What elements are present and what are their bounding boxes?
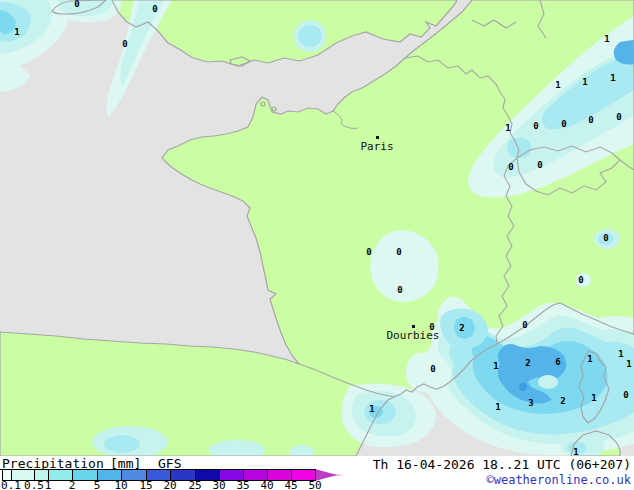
- precip-value-label: 0: [616, 112, 621, 122]
- city-marker: [376, 136, 379, 139]
- precip-value-label: 0: [430, 364, 435, 374]
- city-label: Paris: [360, 140, 393, 153]
- precip-value-label: 0: [508, 162, 513, 172]
- precip-area-gulf: [406, 353, 451, 393]
- precip-value-label: 2: [525, 358, 530, 368]
- precip-value-label: 1: [591, 393, 596, 403]
- precip-value-label: 0: [588, 115, 593, 125]
- legend-scale-value: 1: [45, 479, 52, 490]
- precip-value-label: 1: [369, 404, 374, 414]
- precip-value-label: 0: [533, 121, 538, 131]
- legend-scale-value: 35: [236, 479, 249, 490]
- precip-value-label: 0: [396, 247, 401, 257]
- precip-value-label: 0: [603, 233, 608, 243]
- legend-scale-value: 25: [188, 479, 201, 490]
- precip-value-label: 1: [618, 349, 623, 359]
- legend-scale-value: 50: [308, 479, 321, 490]
- precip-value-label: 0: [537, 160, 542, 170]
- precip-value-label: 0: [122, 39, 127, 49]
- legend-scale-value: 40: [260, 479, 273, 490]
- precip-value-label: 1: [493, 361, 498, 371]
- precip-value-label: 1: [587, 354, 592, 364]
- precip-value-label: 0: [561, 119, 566, 129]
- precip-value-label: 0: [578, 275, 583, 285]
- precipitation-map[interactable]: ParisDourbies 10001111100000000000002011…: [0, 0, 634, 456]
- legend-scale-value: 30: [212, 479, 225, 490]
- precip-value-label: 0: [397, 285, 402, 295]
- precip-value-label: 1: [626, 359, 631, 369]
- weather-map-page: ParisDourbies 10001111100000000000002011…: [0, 0, 634, 490]
- legend-scale-value: 10: [114, 479, 127, 490]
- copyright-notice: ©weatheronline.co.uk: [487, 473, 632, 487]
- legend-scale-value: 20: [163, 479, 176, 490]
- precip-value-label: 1: [604, 34, 609, 44]
- precip-value-label: 1: [582, 77, 587, 87]
- precip-value-label: 0: [623, 390, 628, 400]
- precip-value-label: 1: [555, 80, 560, 90]
- legend-scale-value: 0.5: [24, 479, 44, 490]
- precip-value-label: 0: [522, 320, 527, 330]
- legend-scale-value: 45: [284, 479, 297, 490]
- legend-title: Precipitation: [2, 456, 104, 471]
- legend-scale-value: 15: [139, 479, 152, 490]
- legend-model: GFS: [158, 456, 181, 471]
- precip-value-label: 6: [555, 357, 560, 367]
- forecast-datetime: Th 16-04-2026 18..21 UTC (06+207): [373, 457, 631, 472]
- precip-value-label: 2: [560, 396, 565, 406]
- precip-value-label: 1: [610, 73, 615, 83]
- precip-value-label: 1: [495, 402, 500, 412]
- precip-value-label: 3: [528, 398, 533, 408]
- precip-value-label: 1: [505, 123, 510, 133]
- precip-value-label: 1: [573, 447, 578, 456]
- legend-units: [mm]: [110, 456, 141, 471]
- legend-scale-value: 2: [69, 479, 76, 490]
- precip-value-label: 0: [366, 247, 371, 257]
- precip-value-label: 1: [14, 27, 19, 37]
- legend-scale-value: 0.1: [1, 479, 21, 490]
- legend: Precipitation [mm] GFS Th 16-04-2026 18.…: [0, 456, 634, 490]
- legend-scale-value: 5: [94, 479, 101, 490]
- precip-value-label: 0: [429, 322, 434, 332]
- city-marker: [412, 325, 415, 328]
- precip-value-label: 0: [152, 4, 157, 14]
- precip-value-label: 2: [459, 323, 464, 333]
- precip-value-label: 0: [74, 0, 79, 9]
